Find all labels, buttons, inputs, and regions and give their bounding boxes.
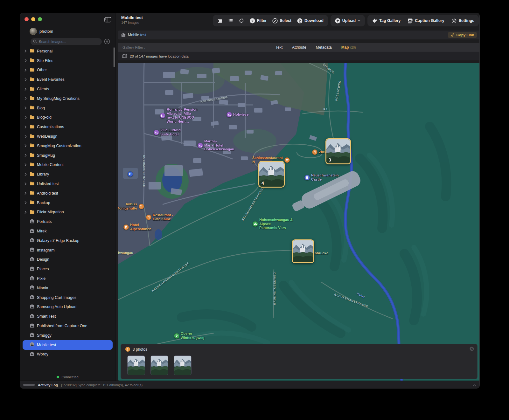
alert-icon bbox=[125, 347, 130, 352]
chevron-right-icon[interactable] bbox=[24, 116, 27, 119]
sidebar-gallery-instagram[interactable]: Instagram bbox=[20, 245, 115, 255]
download-button[interactable]: Download bbox=[297, 18, 324, 24]
map-view[interactable]: HOFWIESENWEGCOLOMANSTRASSENEUSCHWANSTEIN… bbox=[118, 63, 480, 381]
tag-gallery-button[interactable]: Tag Gallery bbox=[372, 18, 401, 24]
chevron-right-icon[interactable] bbox=[24, 144, 27, 148]
chevron-right-icon[interactable] bbox=[24, 78, 27, 81]
chevron-right-icon[interactable] bbox=[24, 59, 27, 62]
drag-handle[interactable] bbox=[23, 384, 35, 386]
sidebar-folder-site-files[interactable]: Site Files bbox=[20, 56, 115, 65]
sidebar-gallery-galaxy-s7-edge-backup[interactable]: Galaxy s7 Edge Backup bbox=[20, 236, 115, 245]
chevron-right-icon[interactable] bbox=[24, 163, 27, 167]
sidebar-folder-webdesign[interactable]: WebDesign bbox=[20, 132, 115, 141]
sidebar-gallery-mirek[interactable]: Mirek bbox=[20, 226, 115, 236]
sidebar-folder-smugmug-customization[interactable]: SmugMug Customization bbox=[20, 141, 115, 151]
filter-tab-metadata[interactable]: Metadata bbox=[316, 45, 332, 50]
sidebar-toggle-icon[interactable] bbox=[104, 17, 111, 23]
copy-link-button[interactable]: Copy Link bbox=[448, 32, 477, 38]
chevron-up-icon[interactable] bbox=[473, 382, 476, 388]
sidebar-folder-other[interactable]: Other bbox=[20, 65, 115, 75]
caption-gallery-button[interactable]: Caption Gallery bbox=[408, 18, 444, 24]
chevron-right-icon[interactable] bbox=[24, 154, 27, 157]
chevron-right-icon[interactable] bbox=[24, 68, 27, 72]
photo-thumbnail[interactable] bbox=[127, 355, 145, 375]
search-box[interactable] bbox=[31, 38, 102, 45]
close-icon[interactable] bbox=[470, 347, 474, 352]
chevron-right-icon[interactable] bbox=[24, 106, 27, 110]
sidebar-item-label: Mirek bbox=[37, 229, 47, 233]
chevron-right-icon[interactable] bbox=[24, 182, 27, 186]
chevron-right-icon[interactable] bbox=[24, 210, 27, 214]
sidebar-gallery-mobile-test[interactable]: Mobile test bbox=[23, 340, 113, 350]
upload-button[interactable]: Upload bbox=[335, 18, 360, 24]
chevron-right-icon[interactable] bbox=[24, 49, 27, 53]
chevron-right-icon[interactable] bbox=[24, 191, 27, 195]
chevron-right-icon[interactable] bbox=[24, 125, 27, 129]
sidebar-folder-flickr-migration[interactable]: Flickr Migration bbox=[20, 208, 115, 217]
chevron-down-icon bbox=[358, 20, 360, 22]
minimize-window-button[interactable] bbox=[31, 17, 35, 21]
street-label: BRUNNSTUBENWEG bbox=[273, 272, 276, 305]
sidebar-gallery-niania[interactable]: Niania bbox=[20, 283, 115, 293]
chevron-right-icon[interactable] bbox=[24, 173, 27, 176]
search-filter-icon[interactable] bbox=[104, 38, 110, 45]
sidebar-gallery-design[interactable]: Design bbox=[20, 255, 115, 265]
filter-button[interactable]: Filter bbox=[250, 18, 267, 24]
sidebar-gallery-shopping-cart-images[interactable]: Shopping Cart Images bbox=[20, 293, 115, 302]
sidebar-gallery-samsung-auto-upload[interactable]: Samsung Auto Upload bbox=[20, 302, 115, 312]
sidebar-folder-unlisted-test[interactable]: Unlisted test bbox=[20, 179, 115, 189]
sidebar-item-label: Galaxy s7 Edge Backup bbox=[37, 238, 79, 243]
outline-list-view-button[interactable] bbox=[217, 18, 222, 23]
sidebar-folder-event-favorites[interactable]: Event Favorites bbox=[20, 75, 115, 84]
link-icon bbox=[451, 33, 455, 37]
upload-label: Upload bbox=[342, 18, 356, 23]
sidebar-folder-clients[interactable]: Clients bbox=[20, 84, 115, 94]
filter-tab-text[interactable]: Text bbox=[275, 45, 282, 50]
street-label: E4 bbox=[324, 107, 328, 110]
filter-label: Filter bbox=[257, 18, 267, 23]
close-window-button[interactable] bbox=[24, 17, 29, 21]
photo-thumbnail[interactable] bbox=[174, 355, 192, 375]
select-button[interactable]: Select bbox=[272, 18, 291, 24]
sidebar-gallery-smuggy[interactable]: Smuggy bbox=[20, 331, 115, 340]
sidebar-folder-blog-old[interactable]: Blog-old bbox=[20, 113, 115, 122]
sidebar-gallery-wordy[interactable]: Wordy bbox=[20, 350, 115, 359]
search-input[interactable] bbox=[39, 40, 93, 44]
filter-tab-map[interactable]: Map(20) bbox=[341, 45, 356, 50]
breadcrumb-item[interactable]: Mobile test bbox=[121, 33, 146, 37]
gallery-icon bbox=[30, 276, 35, 281]
chevron-right-icon[interactable] bbox=[24, 97, 27, 100]
sidebar-folder-customizations[interactable]: Customizations bbox=[20, 122, 115, 132]
refresh-button[interactable] bbox=[239, 18, 244, 23]
photo-thumbnail[interactable] bbox=[150, 355, 168, 375]
chevron-right-icon[interactable] bbox=[24, 135, 27, 138]
sidebar-folder-mobile-content[interactable]: Mobile Content bbox=[20, 160, 115, 170]
photo-cluster-marker[interactable]: 3 bbox=[325, 138, 351, 164]
chevron-right-icon[interactable] bbox=[24, 201, 27, 204]
chevron-right-icon[interactable] bbox=[24, 87, 27, 91]
sidebar-item-label: Niania bbox=[37, 286, 48, 290]
sidebar-folder-android-test[interactable]: Android test bbox=[20, 189, 115, 198]
sidebar-gallery-portraits[interactable]: Portraits bbox=[20, 217, 115, 226]
gallery-icon bbox=[30, 257, 35, 262]
sidebar-folder-personal[interactable]: Personal bbox=[20, 46, 115, 56]
settings-label: Settings bbox=[459, 18, 474, 23]
photo-cluster-marker[interactable] bbox=[292, 239, 314, 263]
folder-icon bbox=[30, 96, 35, 101]
bullet-list-view-button[interactable] bbox=[228, 18, 233, 23]
settings-button[interactable]: Settings bbox=[451, 18, 474, 24]
sidebar-folder-my-smugmug-creations[interactable]: My SmugMug Creations bbox=[20, 94, 115, 103]
sidebar-gallery-smart-test[interactable]: Smart Test bbox=[20, 312, 115, 321]
sidebar-folder-smugmug[interactable]: SmugMug bbox=[20, 151, 115, 160]
filter-tab-attribute[interactable]: Attribute bbox=[292, 45, 306, 50]
avatar[interactable] bbox=[30, 28, 37, 35]
sidebar-folder-library[interactable]: Library bbox=[20, 169, 115, 179]
photo-cluster-marker[interactable]: 4 bbox=[258, 161, 285, 188]
zoom-window-button[interactable] bbox=[38, 17, 42, 21]
sidebar-folder-backup[interactable]: Backup bbox=[20, 198, 115, 208]
sidebar-gallery-places[interactable]: Places bbox=[20, 264, 115, 274]
sidebar-gallery-pixie[interactable]: Pixie bbox=[20, 274, 115, 283]
sidebar-gallery-published-from-capture-one[interactable]: Published from Capture One bbox=[20, 321, 115, 331]
sidebar-folder-blog[interactable]: Blog bbox=[20, 103, 115, 113]
gallery-icon bbox=[30, 304, 35, 310]
